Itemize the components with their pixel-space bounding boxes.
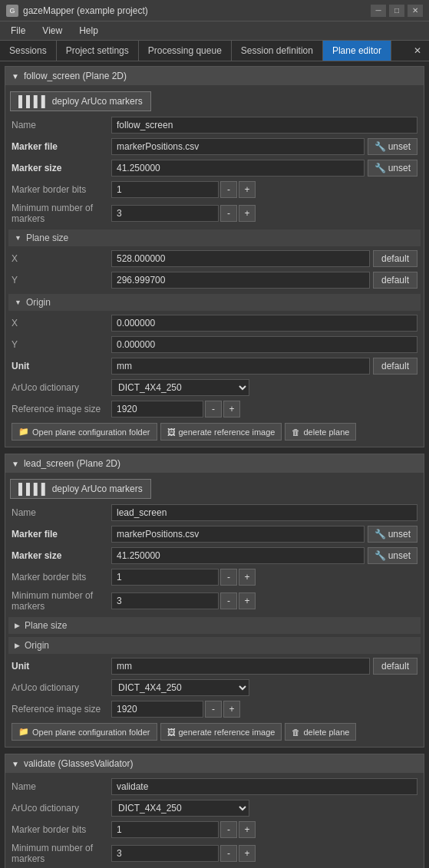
menu-bar: File View Help: [0, 21, 429, 41]
min-markers-decrement-1[interactable]: -: [220, 205, 237, 222]
marker-border-label-3: Marker border bits: [12, 824, 111, 835]
ref-size-decrement-1[interactable]: -: [205, 401, 222, 417]
plane-lead-screen-header[interactable]: ▼ lead_screen (Plane 2D): [5, 454, 424, 473]
menu-view[interactable]: View: [35, 23, 70, 38]
ref-size-label-1: Reference image size: [12, 404, 111, 414]
ref-size-input-2[interactable]: [111, 701, 203, 718]
maximize-button[interactable]: □: [389, 5, 404, 17]
min-markers-decrement-2[interactable]: -: [220, 592, 237, 609]
marker-file-unset-1[interactable]: 🔧 unset: [368, 138, 417, 155]
plane-follow-screen-header[interactable]: ▼ follow_screen (Plane 2D): [5, 67, 424, 85]
marker-file-input-2[interactable]: [111, 526, 365, 543]
min-markers-input-2[interactable]: [111, 592, 219, 609]
tab-session-definition[interactable]: Session definition: [232, 41, 323, 61]
name-input-2[interactable]: [111, 504, 417, 521]
deploy-aruco-button-2[interactable]: ▌▌▌▌ deploy ArUco markers: [10, 479, 151, 499]
min-markers-stepper-3: - +: [111, 845, 256, 862]
plane-y-default-1[interactable]: default: [373, 272, 417, 289]
marker-border-input-1[interactable]: [111, 181, 219, 198]
ref-size-decrement-2[interactable]: -: [205, 701, 222, 718]
ref-size-increment-2[interactable]: +: [223, 701, 240, 718]
origin-chevron-2: ▶: [15, 642, 20, 649]
min-markers-increment-3[interactable]: +: [239, 845, 256, 862]
ref-size-stepper-2: - +: [111, 701, 240, 718]
plane-size-header-2[interactable]: ▶ Plane size: [8, 617, 421, 634]
open-folder-button-2[interactable]: 📁 Open plane configuration folder: [12, 723, 157, 741]
plane-lead-screen: ▼ lead_screen (Plane 2D) ▌▌▌▌ deploy ArU…: [5, 454, 424, 748]
min-markers-increment-1[interactable]: +: [239, 205, 256, 222]
marker-file-input-1[interactable]: [111, 138, 365, 155]
deploy-aruco-label-1: deploy ArUco markers: [52, 96, 143, 107]
marker-border-input-2[interactable]: [111, 569, 219, 586]
min-markers-input-1[interactable]: [111, 205, 219, 222]
unit-default-2[interactable]: default: [373, 658, 417, 675]
name-label-2: Name: [12, 507, 111, 518]
plane-size-label-2: Plane size: [25, 620, 67, 631]
deploy-aruco-button-1[interactable]: ▌▌▌▌ deploy ArUco markers: [10, 91, 151, 111]
marker-border-increment-1[interactable]: +: [239, 181, 256, 198]
generate-image-button-1[interactable]: 🖼 generate reference image: [160, 423, 282, 441]
min-markers-increment-2[interactable]: +: [239, 592, 256, 609]
marker-size-input-1[interactable]: [111, 160, 365, 177]
origin-header-1[interactable]: ▼ Origin: [8, 294, 421, 311]
aruco-select-3[interactable]: DICT_4X4_250: [111, 800, 249, 817]
marker-border-decrement-1[interactable]: -: [220, 181, 237, 198]
plane-x-default-1[interactable]: default: [373, 250, 417, 267]
plane-lead-screen-title: lead_screen (Plane 2D): [24, 458, 120, 469]
unit-input-2[interactable]: [111, 658, 370, 675]
marker-border-decrement-3[interactable]: -: [220, 821, 237, 838]
marker-size-unset-1[interactable]: 🔧 unset: [368, 160, 417, 177]
ref-size-increment-1[interactable]: +: [223, 401, 240, 417]
plane-validate-header[interactable]: ▼ validate (GlassesValidator): [5, 754, 424, 773]
trash-icon-1: 🗑: [292, 427, 300, 437]
marker-border-increment-3[interactable]: +: [239, 821, 256, 838]
aruco-row-1: ArUco dictionary DICT_4X4_250: [8, 377, 421, 398]
plane-x-row-1: X default: [8, 248, 421, 269]
marker-border-input-3[interactable]: [111, 821, 219, 838]
min-markers-label-3: Minimum number of markers: [12, 843, 111, 864]
aruco-label-1: ArUco dictionary: [12, 382, 111, 393]
tab-processing-queue[interactable]: Processing queue: [139, 41, 232, 61]
minimize-button[interactable]: ─: [371, 5, 386, 17]
aruco-select-1[interactable]: DICT_4X4_250: [111, 379, 249, 396]
marker-border-stepper-1: - +: [111, 181, 256, 198]
generate-image-button-2[interactable]: 🖼 generate reference image: [160, 723, 282, 741]
open-folder-label-2: Open plane configuration folder: [32, 728, 150, 737]
origin-y-input-1[interactable]: [111, 336, 417, 353]
marker-file-unset-2[interactable]: 🔧 unset: [368, 526, 417, 543]
min-markers-decrement-3[interactable]: -: [220, 845, 237, 862]
ref-size-input-1[interactable]: [111, 401, 203, 417]
origin-x-label-1: X: [12, 318, 111, 328]
close-button[interactable]: ✕: [408, 5, 423, 17]
origin-x-input-1[interactable]: [111, 315, 417, 332]
plane-y-input-1[interactable]: [111, 272, 370, 289]
marker-border-increment-2[interactable]: +: [239, 569, 256, 586]
delete-plane-button-1[interactable]: 🗑 delete plane: [285, 423, 356, 441]
marker-border-decrement-2[interactable]: -: [220, 569, 237, 586]
chevron-down-icon: ▼: [12, 72, 19, 81]
tab-close-button[interactable]: ✕: [406, 41, 429, 61]
marker-size-input-2[interactable]: [111, 547, 365, 564]
marker-border-row-3: Marker border bits - +: [8, 819, 421, 840]
unit-input-1[interactable]: [111, 358, 370, 375]
marker-size-unset-2[interactable]: 🔧 unset: [368, 547, 417, 564]
origin-header-2[interactable]: ▶ Origin: [8, 637, 421, 654]
unit-default-1[interactable]: default: [373, 358, 417, 375]
plane-x-input-1[interactable]: [111, 250, 370, 267]
unit-row-2: Unit default: [8, 655, 421, 677]
tab-plane-editor[interactable]: Plane editor: [323, 41, 391, 61]
menu-help[interactable]: Help: [71, 23, 106, 38]
open-folder-button-1[interactable]: 📁 Open plane configuration folder: [12, 423, 157, 441]
name-input-1[interactable]: [111, 117, 417, 134]
tab-project-settings[interactable]: Project settings: [57, 41, 139, 61]
aruco-select-2[interactable]: DICT_4X4_250: [111, 679, 249, 696]
min-markers-row-3: Minimum number of markers - +: [8, 840, 421, 866]
marker-border-stepper-2: - +: [111, 569, 256, 586]
min-markers-input-3[interactable]: [111, 845, 219, 862]
plane-x-label-1: X: [12, 253, 111, 264]
tab-sessions[interactable]: Sessions: [0, 41, 57, 61]
delete-plane-button-2[interactable]: 🗑 delete plane: [285, 723, 356, 741]
menu-file[interactable]: File: [3, 23, 33, 38]
name-input-3[interactable]: [111, 778, 417, 795]
plane-size-header-1[interactable]: ▼ Plane size: [8, 229, 421, 246]
